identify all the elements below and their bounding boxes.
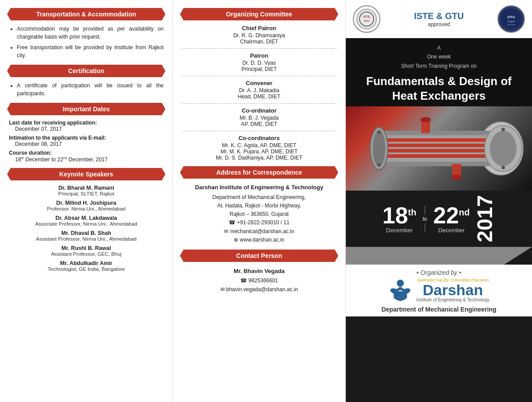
- svg-point-16: [373, 131, 385, 166]
- subtitle-oneweek: One week: [355, 52, 523, 61]
- right-top-logos: ISTE INDIA ISTE & GTU approved GTU Gujar…: [346, 0, 532, 38]
- svg-rect-14: [381, 154, 501, 158]
- contact-block: Mr. Bhavin Vegada ☎ 9825366601 ✉ bhavin.…: [182, 266, 336, 294]
- dates-block: 18th December to 22nd December 2017: [346, 191, 532, 247]
- chief-patron-name: Dr. R. G. Dhamsaniya: [182, 32, 336, 39]
- date-separator: to: [422, 204, 427, 234]
- convener-sub: Head, DME, DIET: [182, 94, 336, 100]
- date-item-3: Course duration: 18th December to 22nd D…: [9, 150, 164, 163]
- speaker-3-name: Dr. Absar M. Lakdawala: [9, 215, 164, 221]
- date-item-1: Last date for receiving application: Dec…: [9, 120, 164, 132]
- speaker-6: Mr. Abdulkadir Amir Technologist, GE Ind…: [9, 260, 164, 272]
- org-divider-2: [182, 76, 336, 76]
- chief-patron-title: Chief Patron: [182, 25, 336, 31]
- address-line-3: Rajkot – 363650, Gujarat: [182, 210, 336, 219]
- dept-title: Department of Mechanical Engineering: [346, 306, 532, 316]
- year-block: 2017: [474, 195, 496, 242]
- coordinator-3-name: Mr. M. K. Pujara, AP, DME, DIET: [182, 148, 336, 155]
- chief-patron-sub: Chairman, DIET: [182, 39, 336, 45]
- separator-line-1: [425, 206, 425, 215]
- speaker-3: Dr. Absar M. Lakdawala Associate Profess…: [9, 215, 164, 226]
- contact-header: Contact Person: [180, 250, 338, 262]
- darshan-icon: [388, 278, 413, 302]
- date-label-1: Last date for receiving application:: [9, 120, 97, 126]
- speaker-2-name: Dr. Milind H. Joshipura: [9, 200, 164, 206]
- svg-point-22: [501, 166, 505, 169]
- coordinators-title: Co-cordinators: [182, 135, 336, 141]
- org-divider-1: [182, 48, 336, 49]
- darshan-sub: Institute of Engineering & Technology: [416, 297, 489, 302]
- coordinator-sub: AP, DME, DIET: [182, 121, 336, 127]
- speaker-1-role: Principal, SLTIET, Rajkot: [9, 191, 164, 196]
- certification-header: Certification: [7, 65, 165, 77]
- start-month: December: [382, 227, 416, 234]
- start-num: 18th: [382, 204, 416, 227]
- org-chief-patron: Chief Patron Dr. R. G. Dhamsaniya Chairm…: [182, 25, 336, 45]
- org-committee-header: Organizing Committee: [180, 8, 338, 20]
- darshan-logo-area: Dedicated Faculty, Committed Education D…: [353, 278, 525, 302]
- date-label-3: Course duration:: [9, 150, 52, 156]
- svg-point-19: [377, 130, 381, 134]
- certification-content: A certificate of participation will be i…: [7, 82, 165, 98]
- svg-text:Tech Univ: Tech Univ: [507, 23, 515, 26]
- end-month: December: [433, 227, 469, 234]
- speaker-5-name: Mr. Rushi B. Rawal: [9, 245, 164, 251]
- svg-text:ISTE: ISTE: [363, 15, 370, 18]
- address-block: Darshan Institute of Engineering & Techn…: [182, 183, 336, 244]
- address-web: ⊕ www.darshan.ac.in: [182, 236, 336, 244]
- convener-title: Convener: [182, 80, 336, 86]
- speaker-5-role: Assistant Professor, GEC, Bhuj: [9, 251, 164, 257]
- date-value-3: 18th December to 22nd December, 2017: [9, 156, 164, 163]
- org-divider-3: [182, 103, 336, 104]
- date-label-2: Intimation to the applicants via E-mail:: [9, 135, 106, 141]
- iste-logo: ISTE INDIA: [353, 5, 380, 33]
- iste-gtu-text: ISTE & GTU: [385, 11, 493, 21]
- org-label: • Organized by •: [353, 269, 525, 276]
- address-content: Darshan Institute of Engineering & Techn…: [180, 183, 338, 244]
- cert-bullet-1: A certificate of participation will be i…: [17, 82, 164, 98]
- inst-name: Darshan Institute of Engineering & Techn…: [182, 183, 336, 192]
- right-panel: ISTE INDIA ISTE & GTU approved GTU Gujar…: [346, 0, 532, 402]
- darshan-text-area: Dedicated Faculty, Committed Education D…: [416, 278, 489, 302]
- org-patron: Patron Dr. D. D. Vyas Principal, DIET: [182, 52, 336, 72]
- svg-text:INDIA: INDIA: [364, 20, 370, 22]
- year-text: 2017: [474, 195, 496, 242]
- right-dark-section: A One week Short Term Training Program o…: [346, 38, 532, 106]
- date-item-2: Intimation to the applicants via E-mail:…: [9, 135, 164, 147]
- date-value-2: December 08, 2017: [9, 141, 164, 147]
- transport-bullet-2: Free transportation will be provided by …: [17, 43, 164, 59]
- coordinator-name: Mr. B. J. Vegada: [182, 115, 336, 121]
- contact-email: ✉ bhavin.vegada@darshan.ac.in: [182, 285, 336, 294]
- svg-point-26: [451, 175, 462, 180]
- subtitle-a: A: [355, 43, 523, 52]
- speaker-4-name: Mr. Dhaval B. Shah: [9, 230, 164, 236]
- contact-name: Mr. Bhavin Vegada: [182, 266, 336, 276]
- keynote-header: Keynote Speakers: [7, 168, 165, 180]
- svg-point-24: [420, 117, 431, 122]
- svg-point-21: [501, 128, 505, 131]
- to-label: to: [422, 216, 427, 222]
- transportation-content: Accommodation may be provided as per ava…: [7, 25, 165, 59]
- organized-by: • Organized by • Dedicated Faculty, Comm…: [346, 265, 532, 306]
- important-dates-content: Last date for receiving application: Dec…: [7, 120, 165, 163]
- left-panel: Transportation & Accommodation Accommoda…: [0, 0, 173, 402]
- coordinator-4-name: Mr. D. S. Dadhaniya, AP, DME, DIET: [182, 155, 336, 161]
- address-line-1: Department of Mechanical Engineering,: [182, 193, 336, 202]
- end-date: 22nd December: [433, 204, 469, 234]
- keynote-content: Dr. Bharat M. Ramani Principal, SLTIET, …: [7, 185, 165, 272]
- svg-rect-11: [381, 138, 501, 142]
- svg-rect-12: [381, 144, 501, 147]
- address-header: Address for Correspondence: [180, 166, 338, 179]
- darshan-name: Darshan: [416, 282, 489, 297]
- contact-phone: ☎ 9825366601: [182, 276, 336, 285]
- speaker-6-role: Technologist, GE India, Bangalore: [9, 266, 164, 272]
- speaker-1-name: Dr. Bharat M. Ramani: [9, 185, 164, 191]
- transportation-header: Transportation & Accommodation: [7, 8, 165, 20]
- start-date: 18th December: [382, 204, 416, 234]
- svg-rect-13: [381, 149, 501, 152]
- svg-point-18: [490, 131, 516, 166]
- svg-text:Gujarat: Gujarat: [508, 20, 515, 23]
- speaker-1: Dr. Bharat M. Ramani Principal, SLTIET, …: [9, 185, 164, 196]
- separator-line-2: [425, 223, 425, 232]
- address-line-2: At. Hadala, Rajkot - Morbi Highway,: [182, 202, 336, 210]
